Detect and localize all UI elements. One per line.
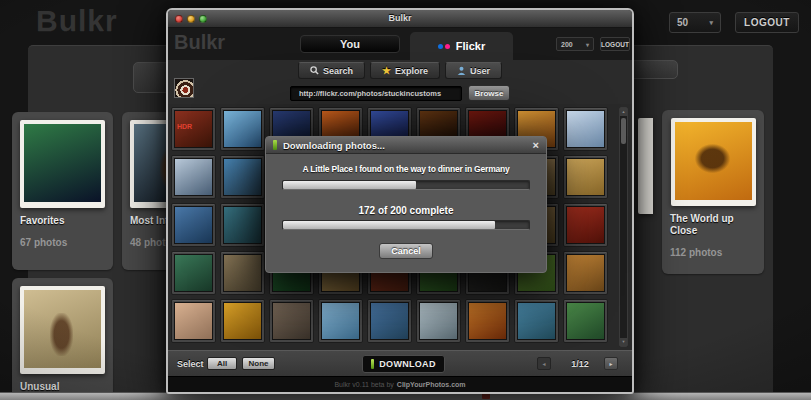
photo-thumbnail[interactable] [318,299,363,343]
page-size-dropdown[interactable]: 200 ▾ [556,37,594,51]
flickr-blue-dot-icon [438,44,443,49]
flickr-url-input[interactable] [290,86,462,101]
photo-thumbnail[interactable] [367,299,412,343]
hdr-book-text: HDR [177,123,192,130]
photo-thumbnail[interactable] [220,107,265,151]
scrollbar-thumb[interactable] [621,118,626,144]
grid-scrollbar[interactable]: ▲ ▼ [619,107,628,347]
window-titlebar[interactable]: Bulkr [168,10,632,28]
next-page-button[interactable]: ► [604,357,618,370]
explore-tab-label: Explore [395,66,428,76]
photoset-card-unusual-compositions[interactable]: Unusual Compositions [12,278,113,400]
url-row: Browse [168,82,632,104]
bottom-bar: Select All None DOWNLOAD ◄ 1/12 ► [168,350,632,376]
traffic-lights [175,15,207,23]
chevron-down-icon: ▾ [709,19,713,27]
dialog-body: A Little Place I found on the way to din… [266,164,546,259]
photo-thumbnail[interactable] [514,299,559,343]
screen: Bulkr 50 ▾ LOGOUT Favorites 67 photos Mo… [0,0,811,400]
window-title: Bulkr [168,10,632,27]
outer-page-size-value: 50 [677,17,688,28]
photo-thumbnail[interactable] [563,299,608,343]
photoset-photo [675,122,752,200]
page-indicator: 1/12 [560,359,600,369]
photo-thumbnail[interactable] [563,155,608,199]
minimize-window-icon[interactable] [187,15,195,23]
flickr-pink-dot-icon [445,44,450,49]
downloading-dialog: Downloading photos... × A Little Place I… [265,136,547,273]
app-logo: Bulkr [174,31,225,54]
search-tab-button[interactable]: Search [298,62,365,79]
photo-thumbnail[interactable] [171,155,216,199]
dialog-titlebar[interactable]: Downloading photos... × [266,137,546,154]
photo-thumbnail[interactable] [563,107,608,151]
tab-flickr[interactable]: Flickr [410,32,513,60]
explore-star-icon: ★ [382,66,391,76]
download-green-icon [273,140,277,150]
photo-thumbnail[interactable] [171,251,216,295]
download-green-icon [371,359,374,369]
outer-app-logo: Bulkr [36,4,118,38]
mode-toolbar: Search ★ Explore User [168,60,632,82]
footer-site-link[interactable]: ClipYourPhotos.com [397,381,466,388]
photo-thumbnail[interactable] [465,299,510,343]
photoset-card-world-up-close[interactable]: The World up Close 112 photos [662,110,764,274]
select-none-button[interactable]: None [242,357,275,370]
photoset-title: The World up Close [670,213,756,237]
photo-thumbnail[interactable] [220,155,265,199]
current-photo-title: A Little Place I found on the way to din… [266,164,546,174]
outer-logout-button[interactable]: LOGOUT [735,12,799,33]
overall-progress-fill [283,221,495,229]
zoom-window-icon[interactable] [199,15,207,23]
app-footer: Bulkr v0.11 beta byClipYourPhotos.com [168,376,632,392]
photo-thumbnail[interactable] [220,203,265,247]
explore-tab-button[interactable]: ★ Explore [370,62,440,79]
overall-progress-label: 172 of 200 complete [266,205,546,216]
photo-thumbnail[interactable] [563,251,608,295]
photoset-card-favorites[interactable]: Favorites 67 photos [12,112,113,270]
photo-thumbnail[interactable] [171,203,216,247]
photoset-count: 112 photos [670,247,756,258]
dialog-title: Downloading photos... [283,140,527,151]
chevron-down-icon: ▾ [586,41,589,48]
user-avatar[interactable] [174,78,194,98]
photo-thumbnail[interactable] [563,203,608,247]
tab-flickr-label: Flickr [456,40,485,52]
photoset-thumbnail-frame [20,286,105,374]
select-label: Select [177,359,204,369]
download-button-label: DOWNLOAD [379,359,435,369]
photo-thumbnail[interactable] [171,299,216,343]
outer-header-controls: 50 ▾ LOGOUT [669,12,799,33]
photoset-card-partial [638,118,653,214]
photoset-count: 67 photos [20,237,105,248]
scroll-up-icon[interactable]: ▲ [620,108,627,116]
select-all-button[interactable]: All [207,357,237,370]
close-window-icon[interactable] [175,15,183,23]
photo-thumbnail[interactable] [220,251,265,295]
search-tab-label: Search [323,66,353,76]
current-progress-bar [282,180,530,190]
photo-thumbnail[interactable]: HDR [171,107,216,151]
photo-thumbnail[interactable] [416,299,461,343]
outer-page-size-dropdown[interactable]: 50 ▾ [669,12,721,33]
current-progress-fill [283,181,416,189]
photoset-title: Favorites [20,215,105,227]
photo-thumbnail[interactable] [269,299,314,343]
browse-button[interactable]: Browse [468,85,510,101]
logout-button[interactable]: LOGOUT [600,37,630,51]
close-icon[interactable]: × [533,140,539,151]
photoset-thumbnail-frame [671,118,756,206]
photoset-thumbnail-frame [20,120,105,208]
user-tab-button[interactable]: User [445,62,502,79]
overall-progress-bar [282,220,530,230]
scroll-down-icon[interactable]: ▼ [620,338,627,346]
previous-page-button[interactable]: ◄ [537,357,551,370]
photo-thumbnail[interactable] [220,299,265,343]
page-size-value: 200 [561,41,573,48]
cancel-button[interactable]: Cancel [379,243,433,259]
search-icon [310,66,319,75]
photoset-photo [24,290,101,368]
tab-you[interactable]: You [300,35,400,53]
download-button[interactable]: DOWNLOAD [362,355,445,373]
photoset-photo [24,124,101,202]
